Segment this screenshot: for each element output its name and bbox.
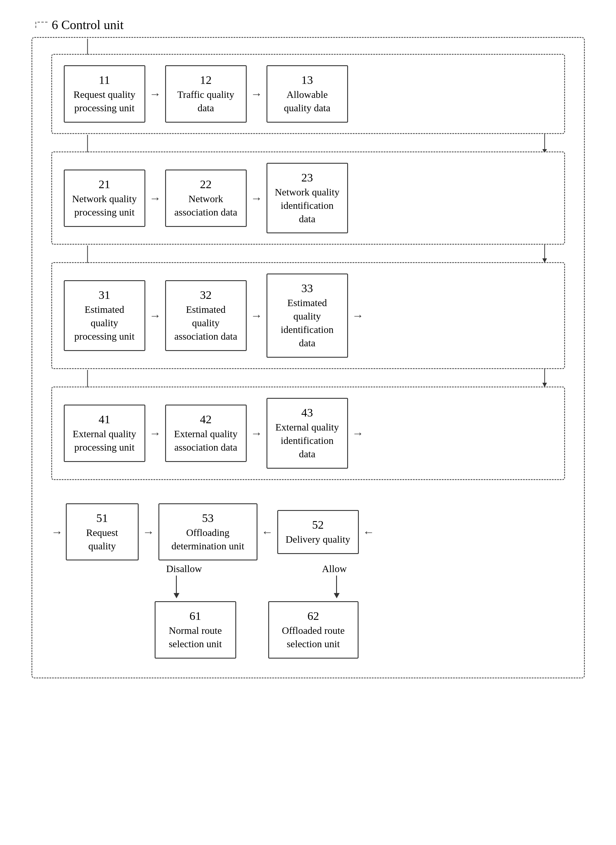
block-41: 41 External qualityprocessing unit <box>64 405 145 462</box>
arrow-31-32: → <box>150 309 161 323</box>
arrow-52-53: ← <box>261 525 273 539</box>
block-23: 23 Network qualityidentification data <box>267 163 348 233</box>
arrow-12-13: → <box>251 87 263 101</box>
block-12: 12 Traffic qualitydata <box>165 65 247 123</box>
arrow-33-out: → <box>352 309 364 323</box>
block-32: 32 Estimated qualityassociation data <box>165 280 247 351</box>
block-43: 43 External qualityidentification data <box>267 398 348 469</box>
arrow-22-23: → <box>251 191 263 205</box>
arrow-11-12: → <box>150 87 161 101</box>
arrow-51-53: → <box>143 525 154 539</box>
block-62: 62 Offloaded routeselection unit <box>268 601 359 659</box>
control-unit-label: 6 Control unit <box>52 18 124 32</box>
arrow-43-out: → <box>352 427 364 440</box>
block-11: 11 Request qualityprocessing unit <box>64 65 145 123</box>
arrow-32-33: → <box>251 309 263 323</box>
block-33: 33 Estimated qualityidentification data <box>267 273 348 358</box>
block-52: 52 Delivery quality <box>277 510 359 554</box>
block-61: 61 Normal routeselection unit <box>155 601 236 659</box>
block-42: 42 External qualityassociation data <box>165 405 247 462</box>
block-22: 22 Networkassociation data <box>165 170 247 227</box>
block-53: 53 Offloadingdetermination unit <box>158 503 257 561</box>
block-21: 21 Network qualityprocessing unit <box>64 170 145 227</box>
block-13: 13 Allowablequality data <box>267 65 348 123</box>
svg-marker-5 <box>542 383 547 387</box>
arrow-21-22: → <box>150 191 161 205</box>
arrow-41-42: → <box>150 427 161 440</box>
svg-marker-3 <box>542 258 547 262</box>
arrow-right-52: ← <box>363 525 374 539</box>
arrow-42-43: → <box>251 427 263 440</box>
disallow-label: Disallow <box>166 563 202 574</box>
block-51: 51 Request quality <box>66 503 139 561</box>
block-31: 31 Estimated qualityprocessing unit <box>64 280 145 351</box>
page: 6 Control unit 11 Request qualityprocess… <box>31 18 585 678</box>
allow-label: Allow <box>322 563 347 574</box>
svg-marker-1 <box>542 149 547 151</box>
